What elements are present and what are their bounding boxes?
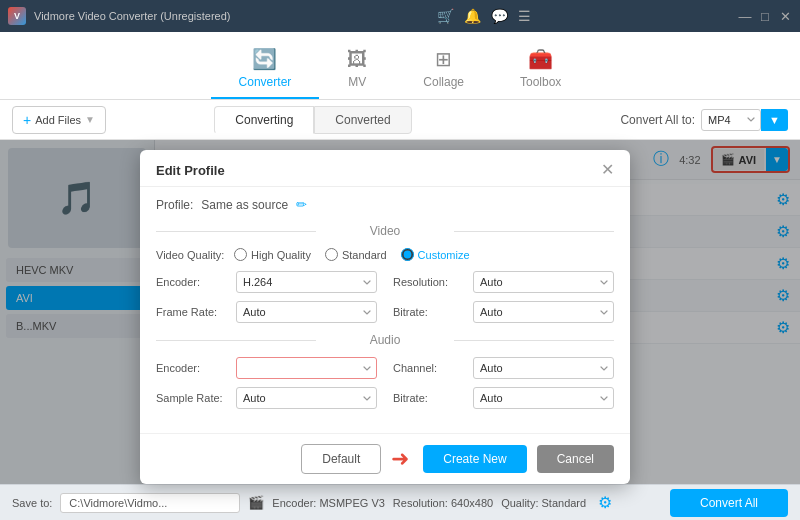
maximize-button[interactable]: □ — [758, 9, 772, 23]
file-icon: 🎬 — [248, 495, 264, 510]
quality-row: Video Quality: High Quality Standard Cus… — [156, 248, 614, 261]
profile-value: Same as source — [201, 198, 288, 212]
edit-profile-modal: Edit Profile ✕ Profile: Same as source ✏… — [140, 150, 630, 484]
modal-close-button[interactable]: ✕ — [601, 162, 614, 178]
convert-all-label: Convert All to: — [620, 113, 695, 127]
samplerate-row: Sample Rate: Auto — [156, 387, 377, 409]
channel-select[interactable]: Auto — [473, 357, 614, 379]
channel-row: Channel: Auto — [393, 357, 614, 379]
bitrate-audio-select[interactable]: Auto — [473, 387, 614, 409]
bottom-bar: Save to: C:\Vidmore\Vidmo... 🎬 Encoder: … — [0, 484, 800, 520]
add-files-button[interactable]: + Add Files ▼ — [12, 106, 106, 134]
bitrate-video-label: Bitrate: — [393, 306, 465, 318]
toolbox-icon: 🧰 — [528, 47, 553, 71]
profile-label: Profile: — [156, 198, 193, 212]
app-title: Vidmore Video Converter (Unregistered) — [34, 10, 230, 22]
bitrate-video-row: Bitrate: Auto — [393, 301, 614, 323]
resolution-select[interactable]: Auto 1920x1080 — [473, 271, 614, 293]
modal-title: Edit Profile — [156, 163, 225, 178]
bitrate-audio-label: Bitrate: — [393, 392, 465, 404]
sub-tab-group: Converting Converted — [214, 106, 411, 134]
app-logo: V — [8, 7, 26, 25]
main-content: 🎵 HEVC MKV AVI B...MKV Edit Profile ✕ Pr… — [0, 140, 800, 484]
collage-icon: ⊞ — [435, 47, 452, 71]
channel-label: Channel: — [393, 362, 465, 374]
minimize-button[interactable]: — — [738, 9, 752, 23]
title-bar-icons: 🛒 🔔 💬 ☰ — [437, 8, 531, 24]
title-bar: V Vidmore Video Converter (Unregistered)… — [0, 0, 800, 32]
nav-tabs: 🔄 Converter 🖼 MV ⊞ Collage 🧰 Toolbox — [0, 32, 800, 100]
encoder-select[interactable]: H.264 H.265 — [236, 271, 377, 293]
convert-all-wrapper: MP4 MKV AVI ▼ — [701, 109, 788, 131]
audio-section-title: Audio — [156, 333, 614, 347]
sub-tab-converted[interactable]: Converted — [314, 106, 411, 134]
add-files-arrow: ▼ — [85, 114, 95, 125]
menu-icon[interactable]: ☰ — [518, 8, 531, 24]
bell-icon[interactable]: 🔔 — [464, 8, 481, 24]
video-fields-grid: Encoder: H.264 H.265 Resolution: Auto 19… — [156, 271, 614, 323]
convert-all-section: Convert All to: MP4 MKV AVI ▼ — [620, 109, 788, 131]
convert-all-select[interactable]: MP4 MKV AVI — [701, 109, 761, 131]
close-button[interactable]: ✕ — [778, 9, 792, 23]
file-resolution-info: Resolution: 640x480 — [393, 497, 493, 509]
audio-encoder-label: Encoder: — [156, 362, 228, 374]
tab-toolbox[interactable]: 🧰 Toolbox — [492, 39, 589, 99]
framerate-select[interactable]: Auto 30 — [236, 301, 377, 323]
tab-collage[interactable]: ⊞ Collage — [395, 39, 492, 99]
arrow-icon: ➜ — [391, 446, 409, 472]
mv-icon: 🖼 — [347, 48, 367, 71]
audio-fields-grid: Encoder: Channel: Auto Sample Rate: Auto — [156, 357, 614, 409]
plus-icon: + — [23, 112, 31, 128]
profile-row: Profile: Same as source ✏ — [156, 197, 614, 212]
radio-customize[interactable]: Customize — [401, 248, 470, 261]
radio-group-quality: High Quality Standard Customize — [234, 248, 470, 261]
chat-icon[interactable]: 💬 — [491, 8, 508, 24]
encoder-label: Encoder: — [156, 276, 228, 288]
tab-mv[interactable]: 🖼 MV — [319, 40, 395, 99]
sub-tab-converting[interactable]: Converting — [214, 106, 314, 134]
radio-standard[interactable]: Standard — [325, 248, 387, 261]
encoder-row: Encoder: H.264 H.265 — [156, 271, 377, 293]
radio-high-quality[interactable]: High Quality — [234, 248, 311, 261]
modal-body: Profile: Same as source ✏ Video Video Qu… — [140, 187, 630, 433]
title-bar-left: V Vidmore Video Converter (Unregistered) — [8, 7, 230, 25]
create-new-button[interactable]: Create New — [423, 445, 526, 473]
convert-button[interactable]: Convert All — [670, 489, 788, 517]
profile-edit-icon[interactable]: ✏ — [296, 197, 307, 212]
gear-icon-bottom[interactable]: ⚙ — [598, 493, 612, 512]
bitrate-video-select[interactable]: Auto — [473, 301, 614, 323]
convert-all-dropdown-button[interactable]: ▼ — [761, 109, 788, 131]
framerate-label: Frame Rate: — [156, 306, 228, 318]
save-to-path: C:\Vidmore\Vidmo... — [60, 493, 240, 513]
audio-encoder-row: Encoder: — [156, 357, 377, 379]
toolbar: + Add Files ▼ Converting Converted Conve… — [0, 100, 800, 140]
tab-mv-label: MV — [348, 75, 366, 89]
add-files-label: Add Files — [35, 114, 81, 126]
resolution-label: Resolution: — [393, 276, 465, 288]
quality-label: Video Quality: — [156, 249, 228, 261]
window-controls: — □ ✕ — [738, 9, 792, 23]
cancel-button[interactable]: Cancel — [537, 445, 614, 473]
tab-converter[interactable]: 🔄 Converter — [211, 39, 320, 99]
default-button[interactable]: Default — [301, 444, 381, 474]
tab-toolbox-label: Toolbox — [520, 75, 561, 89]
cart-icon[interactable]: 🛒 — [437, 8, 454, 24]
file-quality-info: Quality: Standard — [501, 497, 586, 509]
file-encoder-info: Encoder: MSMPEG V3 — [272, 497, 385, 509]
audio-encoder-select[interactable] — [236, 357, 377, 379]
modal-footer: Default ➜ Create New Cancel — [140, 433, 630, 484]
converter-icon: 🔄 — [252, 47, 277, 71]
bitrate-audio-row: Bitrate: Auto — [393, 387, 614, 409]
video-section-title: Video — [156, 224, 614, 238]
tab-converter-label: Converter — [239, 75, 292, 89]
resolution-row: Resolution: Auto 1920x1080 — [393, 271, 614, 293]
modal-header: Edit Profile ✕ — [140, 150, 630, 187]
save-to-label: Save to: — [12, 497, 52, 509]
tab-collage-label: Collage — [423, 75, 464, 89]
samplerate-label: Sample Rate: — [156, 392, 228, 404]
samplerate-select[interactable]: Auto — [236, 387, 377, 409]
framerate-row: Frame Rate: Auto 30 — [156, 301, 377, 323]
